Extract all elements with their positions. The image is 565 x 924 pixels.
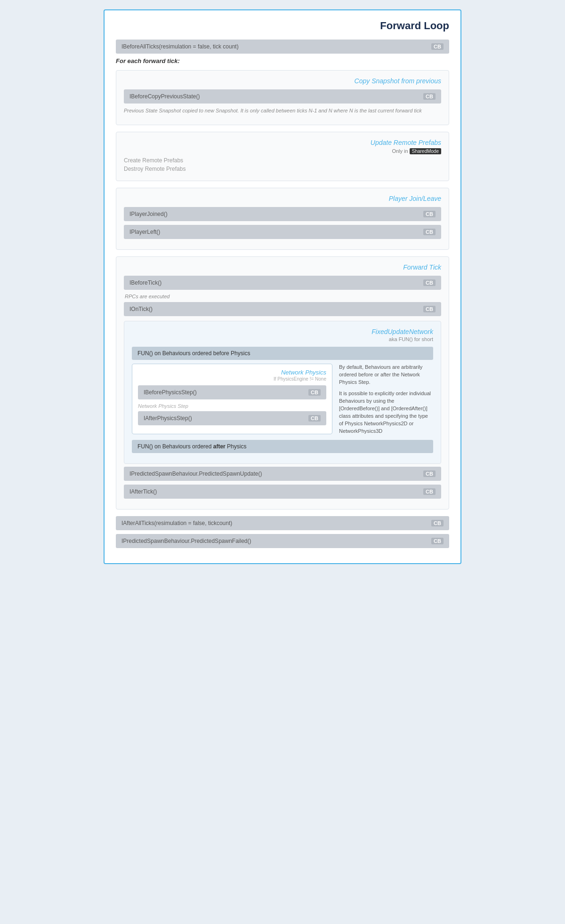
fun-title: FixedUpdateNetwork (132, 328, 433, 335)
after-all-ticks-label: IAfterAllTicks(resimulation = false, tic… (121, 520, 232, 526)
before-physics-step-label: IBeforePhysicsStep() (144, 389, 197, 396)
fun-note-1: By default, Behaviours are arbitrarily o… (339, 364, 433, 386)
predicted-spawn-failed-label: IPredictedSpawnBehaviour.PredictedSpawnF… (121, 538, 251, 544)
rpc-note: RPCs are executed (125, 294, 441, 299)
player-join-leave-title: Player Join/Leave (124, 195, 441, 202)
on-tick-label: IOnTick() (129, 306, 153, 312)
player-left-bar: IPlayerLeft() CB (124, 225, 441, 239)
fun-section: FixedUpdateNetwork aka FUN() for short F… (124, 321, 441, 464)
shared-mode-note: Only in SharedMode (124, 148, 441, 154)
forward-tick-title: Forward Tick (124, 263, 441, 271)
after-tick-label: IAfterTick() (129, 488, 157, 495)
copy-snapshot-section: Copy Snapshot from previous IBeforeCopyP… (116, 70, 449, 125)
on-tick-badge: CB (423, 306, 436, 312)
predicted-spawn-failed-badge: CB (431, 538, 444, 544)
destroy-remote-prefabs: Destroy Remote Prefabs (124, 166, 441, 172)
before-all-ticks-badge: CB (431, 43, 444, 50)
network-physics-cond: If PhysicsEngine != None (138, 376, 326, 382)
copy-state-label: IBeforeCopyPreviousState() (129, 93, 200, 100)
after-tick-badge: CB (423, 488, 436, 495)
after-all-ticks-bar: IAfterAllTicks(resimulation = false, tic… (116, 516, 449, 530)
create-remote-prefabs: Create Remote Prefabs (124, 157, 441, 164)
player-joined-badge: CB (423, 211, 436, 217)
predicted-spawn-update-bar: IPredictedSpawnBehaviour.PredictedSpawnU… (124, 467, 441, 481)
fun-before-bar: FUN() on Behaviours ordered before Physi… (132, 347, 433, 360)
before-physics-step-badge: CB (308, 389, 321, 396)
player-left-badge: CB (423, 229, 436, 235)
main-container: Forward Loop IBeforeAllTicks(resimulatio… (104, 9, 461, 564)
predicted-spawn-failed-bar: IPredictedSpawnBehaviour.PredictedSpawnF… (116, 534, 449, 548)
network-physics-box: Network Physics If PhysicsEngine != None… (132, 364, 332, 434)
copy-state-badge: CB (423, 93, 436, 100)
player-joined-label: IPlayerJoined() (129, 211, 168, 217)
only-in-text: Only in (392, 148, 408, 154)
before-tick-badge: CB (423, 279, 436, 286)
page-title: Forward Loop (116, 20, 449, 32)
update-remote-prefabs-section: Update Remote Prefabs Only in SharedMode… (116, 132, 449, 181)
fun-right-notes: By default, Behaviours are arbitrarily o… (339, 364, 433, 438)
fun-after-bar: FUN() on Behaviours ordered after Physic… (132, 440, 433, 453)
fun-inner-layout: Network Physics If PhysicsEngine != None… (132, 364, 433, 438)
copy-state-bar: IBeforeCopyPreviousState() CB (124, 89, 441, 104)
on-tick-bar: IOnTick() CB (124, 302, 441, 316)
player-joined-bar: IPlayerJoined() CB (124, 207, 441, 221)
before-tick-label: IBeforeTick() (129, 279, 161, 286)
fun-note-2: It is possible to explicitly order indiv… (339, 390, 433, 435)
after-all-ticks-badge: CB (431, 520, 444, 526)
shared-mode-badge: SharedMode (410, 148, 441, 154)
player-join-leave-section: Player Join/Leave IPlayerJoined() CB IPl… (116, 188, 449, 250)
after-physics-step-badge: CB (308, 415, 321, 422)
after-physics-step-label: IAfterPhysicsStep() (144, 415, 192, 422)
player-left-label: IPlayerLeft() (129, 229, 160, 235)
after-physics-step-bar: IAfterPhysicsStep() CB (138, 411, 326, 425)
network-physics-step-label: Network Physics Step (138, 403, 326, 409)
forward-tick-bottom-bars: IPredictedSpawnBehaviour.PredictedSpawnU… (124, 467, 441, 499)
predicted-spawn-update-badge: CB (423, 470, 436, 477)
final-bars: IAfterAllTicks(resimulation = false, tic… (116, 516, 449, 548)
fun-left: Network Physics If PhysicsEngine != None… (132, 364, 332, 438)
copy-snapshot-title: Copy Snapshot from previous (124, 77, 441, 85)
fun-subtitle: aka FUN() for short (132, 336, 433, 342)
for-each-label: For each forward tick: (116, 57, 449, 64)
before-tick-bar: IBeforeTick() CB (124, 276, 441, 290)
before-physics-step-bar: IBeforePhysicsStep() CB (138, 385, 326, 399)
before-all-ticks-bar: IBeforeAllTicks(resimulation = false, ti… (116, 40, 449, 54)
update-remote-prefabs-title: Update Remote Prefabs (124, 139, 441, 146)
copy-snapshot-desc: Previous State Snapshot copied to new Sn… (124, 107, 441, 114)
predicted-spawn-update-label: IPredictedSpawnBehaviour.PredictedSpawnU… (129, 470, 262, 477)
network-physics-title: Network Physics (138, 369, 326, 376)
forward-tick-section: Forward Tick IBeforeTick() CB RPCs are e… (116, 256, 449, 510)
after-tick-bar: IAfterTick() CB (124, 485, 441, 499)
before-all-ticks-label: IBeforeAllTicks(resimulation = false, ti… (121, 43, 239, 50)
